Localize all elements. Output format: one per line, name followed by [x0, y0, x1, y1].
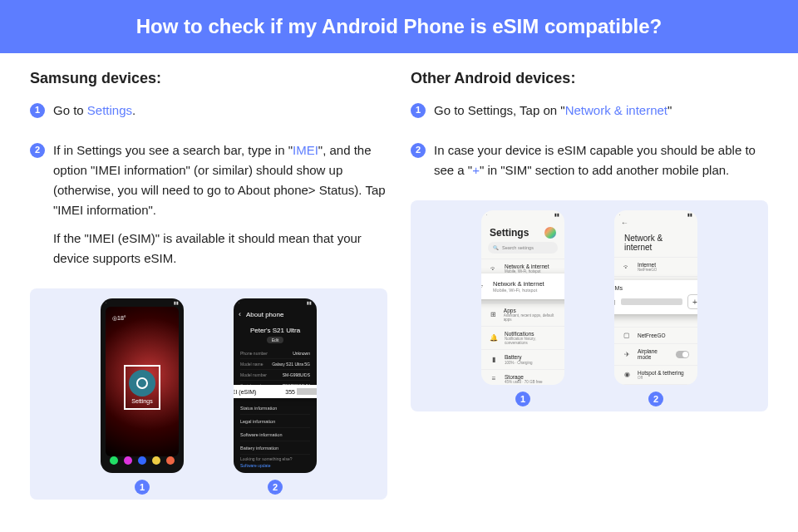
airplane-icon: ✈: [623, 351, 631, 358]
samsung-column: Samsung devices: 1 Go to Settings. 2 If …: [30, 70, 387, 500]
imei-esim-callout: IMEI (eSIM) 355: [234, 385, 317, 398]
item-sub: 100% · Charging: [505, 361, 533, 365]
wifi-icon: ᯤ: [481, 282, 486, 291]
screenshot-number-badge: 1: [135, 480, 150, 495]
dock-app-icon: [110, 456, 118, 465]
status-bar: ·▮▮: [101, 298, 184, 307]
other-step-2: 2 In case your device is eSIM capable yo…: [411, 140, 768, 189]
list-item: Status information: [240, 401, 310, 415]
step-number-badge: 1: [30, 103, 45, 118]
sim-name-masked: [621, 298, 682, 305]
settings-label: Settings: [126, 398, 159, 404]
text: ": [667, 103, 672, 117]
step-number-badge: 2: [30, 143, 45, 158]
row-val: SM-G998U/DS: [283, 372, 310, 377]
settings-link[interactable]: Settings: [87, 103, 132, 117]
phone-mock-samsung-home: ·▮▮ ◎18° Settings: [101, 298, 184, 473]
item-sub: Off: [638, 376, 684, 380]
item-sub: NetFreeGO: [638, 268, 657, 272]
screenshot-number-badge: 2: [648, 392, 663, 406]
screenshot-1: ·▮▮ Settings 🔍 Search settings ᯤNetwork …: [481, 210, 564, 406]
network-internet-link[interactable]: Network & internet: [565, 103, 667, 117]
dock-app-icon: [138, 456, 146, 465]
other-android-column: Other Android devices: 1 Go to Settings,…: [411, 70, 768, 500]
plus-link[interactable]: +: [472, 163, 480, 177]
battery-icon: ▮: [490, 356, 498, 363]
other-step-1: 1 Go to Settings, Tap on "Network & inte…: [411, 101, 768, 129]
screenshot-1: ·▮▮ ◎18° Settings 1: [101, 298, 184, 495]
footer-link: Software update: [240, 463, 310, 468]
storage-icon: ≡: [490, 375, 498, 382]
item-title: Hotspot & tethering: [638, 370, 684, 376]
item-sub: Assistant, recent apps, default apps: [504, 313, 556, 322]
samsung-step-1: 1 Go to Settings.: [30, 101, 387, 129]
status-bar: ·▮▮: [234, 298, 317, 307]
sims-heading: SIMs: [614, 285, 697, 291]
status-bar: ·▮▮: [481, 210, 564, 219]
search-bar: 🔍 Search settings: [488, 242, 558, 254]
samsung-steps: 1 Go to Settings. 2 If in Settings you s…: [30, 101, 387, 277]
network-internet-callout: ᯤ Network & internet Mobile, Wi-Fi, hots…: [481, 273, 564, 299]
row-key: Model name: [240, 362, 264, 367]
list-item: Legal information: [240, 415, 310, 428]
app-dock: [107, 456, 177, 468]
text: If in Settings you see a search bar, typ…: [53, 143, 293, 157]
row-key: Phone number: [240, 351, 268, 356]
add-sim-plus-button: +: [687, 294, 697, 309]
sim-icon: ▢: [623, 332, 631, 339]
dock-app-icon: [152, 456, 160, 465]
other-heading: Other Android devices:: [411, 70, 768, 87]
text: Go to Settings, Tap on ": [434, 103, 565, 117]
other-steps: 1 Go to Settings, Tap on "Network & inte…: [411, 101, 768, 189]
samsung-heading: Samsung devices:: [30, 70, 387, 87]
sim-icon: ▢: [614, 298, 616, 306]
search-placeholder: Search settings: [502, 245, 534, 250]
screenshot-number-badge: 1: [515, 392, 530, 406]
step-number-badge: 2: [411, 143, 426, 158]
callout-sub: Mobile, Wi-Fi, hotspot: [493, 288, 544, 293]
item-title: Notifications: [505, 331, 556, 337]
row-val: Galaxy S21 Ultra 5G: [272, 362, 310, 367]
imei-value-prefix: 355: [285, 389, 295, 395]
weather-widget: ◎18°: [112, 315, 126, 322]
imei-label: IMEI (eSIM): [234, 389, 256, 395]
item-title: Battery: [505, 354, 533, 360]
toggle-switch: [676, 351, 689, 358]
phone-mock-android-network: ·▮▮ ← Network & internet ᯤInternetNetFre…: [614, 210, 697, 385]
sims-callout: SIMs ▢ +: [614, 280, 697, 314]
list-item: Software information: [240, 428, 310, 441]
footer-question: Looking for something else?: [240, 456, 310, 461]
phone-mock-samsung-about: ·▮▮ ‹ About phone Peter's S21 Ultra Edit…: [234, 298, 317, 473]
row-key: Model number: [240, 372, 267, 377]
samsung-screenshots: ·▮▮ ◎18° Settings 1: [30, 288, 387, 500]
text: " in "SIM" section to add another mobile…: [480, 163, 729, 177]
imei-link[interactable]: IMEI: [293, 143, 318, 157]
screen-title: Settings: [490, 227, 529, 239]
item-title: Apps: [504, 308, 556, 313]
other-screenshots: ·▮▮ Settings 🔍 Search settings ᯤNetwork …: [411, 200, 768, 411]
back-icon: ‹: [239, 310, 241, 318]
page-header: How to check if my Android Phone is eSIM…: [0, 0, 798, 53]
item-title: Airplane mode: [638, 348, 669, 360]
search-icon: 🔍: [493, 245, 499, 250]
list-item: Battery information: [240, 441, 310, 455]
page-title: How to check if my Android Phone is eSIM…: [136, 15, 663, 37]
text: If the "IMEI (eSIM)" is available it sho…: [53, 229, 387, 268]
item-title: NetFreeGO: [638, 332, 666, 338]
text: Go to: [53, 103, 87, 117]
screenshot-2: ·▮▮ ‹ About phone Peter's S21 Ultra Edit…: [234, 298, 317, 495]
back-icon: ←: [621, 219, 628, 227]
phone-mock-android-settings: ·▮▮ Settings 🔍 Search settings ᯤNetwork …: [481, 210, 564, 385]
dock-app-icon: [124, 456, 132, 465]
screen-title: About phone: [246, 311, 283, 318]
apps-icon: ⊞: [490, 311, 497, 318]
screenshot-number-badge: 2: [268, 480, 283, 495]
edit-button: Edit: [267, 337, 284, 343]
device-name: Peter's S21 Ultra: [234, 327, 317, 334]
wifi-icon: ᯤ: [623, 264, 631, 271]
status-bar: ·▮▮: [614, 210, 697, 219]
content-columns: Samsung devices: 1 Go to Settings. 2 If …: [0, 53, 798, 500]
item-title: Network & internet: [505, 264, 549, 269]
samsung-step-2: 2 If in Settings you see a search bar, t…: [30, 140, 387, 277]
item-sub: 45% used · 70 GB free: [505, 380, 543, 384]
